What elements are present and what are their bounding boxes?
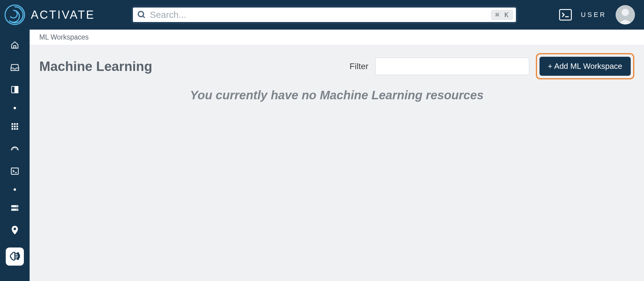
panel-icon xyxy=(11,86,19,94)
page-title: Machine Learning xyxy=(39,59,152,74)
svg-rect-10 xyxy=(14,123,15,125)
server-icon xyxy=(11,204,19,212)
svg-point-34 xyxy=(17,253,19,254)
header-right: USER xyxy=(559,5,635,24)
empty-state-message: You currently have no Machine Learning r… xyxy=(39,88,634,102)
svg-point-28 xyxy=(17,209,18,210)
svg-point-5 xyxy=(622,9,629,16)
breadcrumb-text[interactable]: ML Workspaces xyxy=(39,33,89,41)
sidebar-item-terminal[interactable] xyxy=(10,166,20,176)
user-label: USER xyxy=(581,11,607,19)
breadcrumb: ML Workspaces xyxy=(30,30,644,45)
brain-chip-icon xyxy=(9,251,20,262)
search-kbd-hint: ⌘ K xyxy=(491,10,513,20)
gauge-icon xyxy=(10,144,19,153)
sidebar-item-apps[interactable] xyxy=(10,121,20,132)
svg-point-1 xyxy=(138,11,144,17)
sidebar-separator xyxy=(14,188,16,191)
svg-line-22 xyxy=(17,149,18,149)
user-avatar[interactable] xyxy=(616,5,635,24)
brand-logo[interactable]: ACTIVATE xyxy=(4,4,95,25)
sidebar xyxy=(0,30,30,281)
sidebar-item-inbox[interactable] xyxy=(10,62,20,72)
svg-line-21 xyxy=(16,148,16,148)
svg-point-36 xyxy=(18,256,20,258)
svg-line-18 xyxy=(12,149,13,149)
add-ml-workspace-button[interactable]: + Add ML Workspace xyxy=(539,57,631,76)
svg-point-27 xyxy=(17,206,18,207)
header-terminal-button[interactable] xyxy=(559,9,572,21)
svg-rect-17 xyxy=(16,128,18,129)
svg-line-19 xyxy=(13,148,14,148)
app-header: ACTIVATE ⌘ K USER xyxy=(0,0,644,30)
sidebar-item-dashboard[interactable] xyxy=(10,144,20,154)
search-icon xyxy=(137,10,146,19)
main-content: ML Workspaces Machine Learning Filter + … xyxy=(30,30,644,281)
svg-rect-8 xyxy=(15,86,18,93)
global-search[interactable]: ⌘ K xyxy=(131,6,518,24)
svg-point-35 xyxy=(18,254,20,256)
svg-rect-15 xyxy=(11,128,13,129)
content-header: Machine Learning Filter + Add ML Workspa… xyxy=(39,53,634,79)
svg-rect-13 xyxy=(14,126,15,127)
svg-point-37 xyxy=(17,258,19,260)
logo-spiral-icon xyxy=(4,4,25,25)
content-area: Machine Learning Filter + Add ML Workspa… xyxy=(30,45,644,110)
svg-rect-16 xyxy=(14,128,15,129)
svg-rect-14 xyxy=(16,126,18,127)
sidebar-item-location[interactable] xyxy=(10,225,20,235)
avatar-placeholder-icon xyxy=(616,5,635,24)
svg-rect-11 xyxy=(16,123,18,125)
terminal-icon xyxy=(562,12,569,18)
svg-line-2 xyxy=(143,16,145,18)
sidebar-item-panel[interactable] xyxy=(10,85,20,95)
filter-label: Filter xyxy=(349,62,368,71)
sidebar-item-ml[interactable] xyxy=(6,247,24,266)
add-workspace-highlight: + Add ML Workspace xyxy=(536,53,634,79)
svg-rect-12 xyxy=(11,126,13,127)
sidebar-separator xyxy=(14,107,16,109)
brand-name: ACTIVATE xyxy=(31,8,95,21)
sidebar-item-home[interactable] xyxy=(10,40,20,50)
search-input[interactable] xyxy=(150,10,491,20)
home-icon xyxy=(11,41,19,49)
sidebar-item-storage[interactable] xyxy=(10,203,20,213)
svg-rect-9 xyxy=(11,123,13,125)
location-pin-icon xyxy=(11,226,18,235)
filter-input[interactable] xyxy=(375,58,529,75)
svg-rect-23 xyxy=(11,168,18,174)
svg-point-29 xyxy=(14,228,16,230)
terminal-window-icon xyxy=(11,167,19,175)
inbox-icon xyxy=(11,63,19,71)
grid-icon xyxy=(11,123,19,130)
